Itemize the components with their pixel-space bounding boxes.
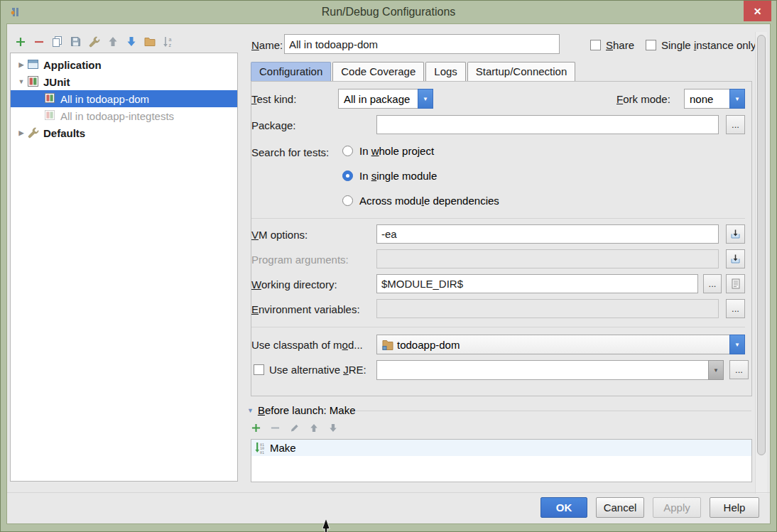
move-up-icon[interactable] [107,36,119,48]
use-classpath-combobox[interactable]: todoapp-dom ▼ [376,335,745,354]
radio-across-module-dependencies[interactable]: Across module dependencies [342,195,499,207]
tree-item-application[interactable]: ▶ Application [11,56,237,73]
junit-configuration-icon [45,110,56,121]
edit-task-icon[interactable] [289,423,300,433]
task-row-make[interactable]: 011001 Make [251,440,751,456]
working-directory-browse-button[interactable]: ... [703,274,722,293]
before-launch-rule [356,411,751,411]
alternative-jre-browse-button[interactable]: ... [729,360,749,379]
sort-alphabetically-icon[interactable]: az [162,36,174,48]
tree-item-defaults[interactable]: ▶ Defaults [11,124,237,141]
expand-arrow-icon[interactable]: ▶ [16,129,26,136]
svg-text:a: a [168,37,171,42]
package-browse-button[interactable]: ... [726,115,745,134]
radio-label: In whole project [359,145,434,157]
close-button[interactable]: ✕ [744,1,771,21]
before-launch-task-list: 011001 Make [251,439,752,482]
task-label: Make [270,442,296,454]
titlebar: Run/Debug Configurations ✕ [1,1,776,23]
test-kind-combobox[interactable]: All in package ▼ [338,89,433,109]
tree-item-all-in-todoapp-integtests[interactable]: All in todoapp-integtests [11,107,237,124]
radio-in-single-module[interactable]: In single module [342,170,437,182]
add-task-icon[interactable] [251,423,261,433]
new-folder-icon[interactable] [143,36,156,48]
vm-options-input[interactable] [376,224,719,244]
collapse-triangle-icon[interactable]: ▼ [247,407,254,414]
tree-item-label: Application [43,59,102,71]
tree-item-label: All in todoapp-integtests [60,110,174,122]
help-button[interactable]: Help [710,497,759,518]
program-arguments-label: Program arguments: [251,254,349,266]
fork-mode-combobox[interactable]: none ▼ [684,89,745,109]
expand-arrow-icon[interactable]: ▶ [16,61,26,68]
name-input[interactable] [284,34,560,54]
environment-variables-browse-button[interactable]: ... [726,299,745,318]
dropdown-arrow-icon[interactable]: ▼ [418,89,433,109]
separator [251,327,745,327]
radio-label: In single module [359,170,437,182]
vertical-scrollbar[interactable] [755,32,767,494]
configurations-toolbar: az [14,36,174,48]
svg-text:z: z [168,43,171,48]
before-launch-toolbar [251,423,338,433]
tree-item-junit[interactable]: ▼ JUnit [11,73,237,90]
tree-item-all-in-todoapp-dom[interactable]: All in todoapp-dom [11,90,237,107]
wrench-icon [28,127,39,139]
remove-configuration-icon[interactable] [33,36,45,48]
working-directory-input[interactable] [376,274,698,293]
tree-item-label: JUnit [43,76,70,88]
cancel-button[interactable]: Cancel [596,497,644,518]
move-down-icon[interactable] [125,36,137,48]
module-icon [382,340,393,350]
environment-variables-label: Environment variables: [251,303,360,315]
environment-variables-input[interactable] [376,299,719,318]
apply-button[interactable]: Apply [653,497,701,518]
dropdown-arrow-icon[interactable]: ▼ [729,89,745,109]
separator [251,218,745,219]
search-for-tests-label: Search for tests: [251,146,329,158]
collapse-arrow-icon[interactable]: ▼ [16,78,26,85]
program-arguments-expand-button[interactable] [726,249,745,268]
tab-code-coverage[interactable]: Code Coverage [332,62,424,82]
radio-label: Across module dependencies [359,195,499,207]
dropdown-arrow-icon[interactable]: ▼ [729,335,745,354]
use-classpath-value: todoapp-dom [397,339,460,351]
alternative-jre-combobox[interactable]: ▼ [376,360,724,380]
vm-options-expand-button[interactable] [726,224,745,244]
add-configuration-icon[interactable] [14,36,26,48]
test-kind-value: All in package [338,89,418,109]
tree-item-label: All in todoapp-dom [60,93,149,105]
radio-selected-icon[interactable] [342,170,353,181]
tab-configuration[interactable]: Configuration [251,62,331,82]
package-label: Package: [251,119,296,131]
radio-icon[interactable] [342,195,353,206]
junit-configuration-icon [45,93,56,104]
single-instance-checkbox[interactable] [646,40,656,50]
tree-item-label: Defaults [43,127,85,139]
remove-task-icon[interactable] [270,423,281,433]
radio-icon[interactable] [342,146,353,156]
working-directory-macros-button[interactable] [726,274,745,293]
package-input[interactable] [376,115,719,134]
ok-button[interactable]: OK [540,497,587,518]
tab-logs[interactable]: Logs [425,62,466,82]
dropdown-arrow-icon[interactable]: ▼ [708,360,724,380]
before-launch-header[interactable]: ▼ Before launch: Make [247,404,356,416]
vm-options-label: VM options: [251,229,308,241]
svg-text:01: 01 [260,450,264,455]
edit-defaults-icon[interactable] [88,36,100,48]
scrollbar-thumb[interactable] [757,35,766,455]
copy-configuration-icon[interactable] [51,36,63,48]
share-checkbox[interactable] [590,40,601,50]
tab-startup-connection[interactable]: Startup/Connection [467,62,575,82]
run-debug-configurations-dialog: Run/Debug Configurations ✕ az ▶ Applicat… [0,0,777,532]
move-task-up-icon[interactable] [308,423,319,433]
working-directory-label: Working directory: [251,278,337,291]
move-task-down-icon[interactable] [327,423,338,433]
footer-separator [7,492,770,493]
save-configuration-icon[interactable] [70,36,82,48]
name-label: Name: [251,39,283,51]
before-launch-title: Before launch: Make [258,404,356,416]
radio-in-whole-project[interactable]: In whole project [342,145,434,157]
use-alternative-jre-checkbox[interactable] [254,364,264,375]
